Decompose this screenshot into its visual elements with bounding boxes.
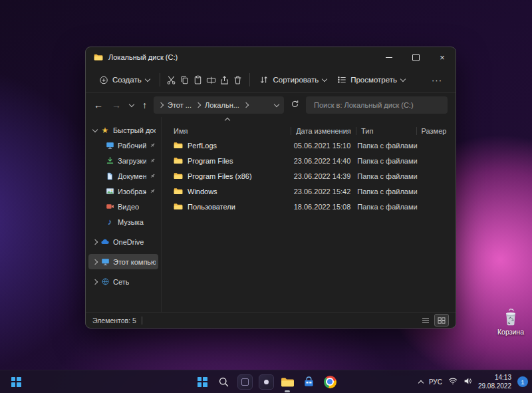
start-button[interactable] — [193, 372, 211, 391]
maximize-button[interactable] — [402, 47, 429, 67]
paste-icon — [193, 75, 203, 85]
windows-corner-button[interactable] — [7, 372, 25, 391]
sidebar-item-this-pc[interactable]: Этот компьютер — [88, 254, 158, 269]
paste-button[interactable] — [192, 70, 205, 90]
chrome-button[interactable] — [321, 372, 339, 391]
chevron-down-icon — [144, 76, 150, 82]
file-row[interactable]: Windows 23.06.2022 15:42 Папка с файлами — [162, 184, 456, 199]
chevron-right-icon — [92, 279, 98, 284]
forward-button[interactable]: → — [112, 100, 121, 110]
minimize-button[interactable] — [376, 47, 402, 67]
sidebar-item-label: Музыка — [118, 218, 144, 226]
file-date: 18.06.2022 15:08 — [289, 203, 353, 211]
sort-button-label: Сортировать — [273, 76, 319, 84]
delete-button[interactable] — [231, 70, 245, 90]
sort-button[interactable]: Сортировать — [254, 71, 332, 88]
copy-button[interactable] — [178, 70, 191, 90]
cut-button[interactable] — [164, 70, 178, 90]
titlebar[interactable]: Локальный диск (C:) × — [86, 47, 456, 67]
sidebar-item-quick-access[interactable]: ★ Быстрый доступ — [88, 122, 158, 138]
sidebar-item-pictures[interactable]: Изображения — [88, 184, 158, 199]
recycle-bin-label: Корзина — [497, 328, 524, 336]
share-button[interactable] — [218, 70, 231, 90]
recycle-bin-icon — [501, 307, 521, 327]
breadcrumb-this-pc[interactable]: Этот ... — [168, 101, 192, 109]
network-tray-button[interactable] — [448, 376, 458, 388]
view-icon — [337, 75, 346, 84]
volume-tray-button[interactable] — [464, 376, 472, 388]
view-button[interactable]: Просмотреть — [332, 71, 410, 88]
sidebar-item-downloads[interactable]: Загрузки — [88, 153, 158, 168]
search-box[interactable] — [306, 96, 448, 114]
column-header-size[interactable]: Размер — [416, 127, 456, 135]
window-title: Локальный диск (C:) — [108, 53, 178, 61]
search-input[interactable] — [313, 100, 441, 110]
sidebar-item-desktop[interactable]: Рабочий стол — [88, 138, 158, 153]
pin-icon — [150, 142, 156, 150]
task-view-button[interactable] — [235, 372, 254, 391]
hidden-icons-button[interactable] — [418, 380, 424, 385]
sidebar-item-music[interactable]: ♪ Музыка — [88, 214, 158, 229]
file-explorer-button[interactable] — [278, 372, 297, 391]
view-button-label: Просмотреть — [350, 76, 397, 84]
window-body: ★ Быстрый доступ Рабочий стол Загрузки — [86, 117, 456, 312]
chevron-right-icon — [243, 102, 249, 108]
sidebar-item-label: Сеть — [113, 278, 129, 286]
chevron-right-icon — [196, 102, 201, 108]
copy-icon — [180, 75, 190, 85]
onedrive-icon — [100, 237, 110, 247]
breadcrumb-local-disk[interactable]: Локальн... — [205, 101, 239, 109]
chat-button[interactable] — [257, 372, 275, 391]
refresh-button[interactable] — [291, 99, 299, 111]
sort-icon — [259, 75, 269, 84]
network-icon — [100, 277, 110, 287]
downloads-icon — [105, 156, 114, 166]
folder-icon — [174, 141, 183, 150]
star-icon: ★ — [100, 126, 110, 135]
sidebar-item-label: Быстрый доступ — [113, 126, 156, 134]
file-row[interactable]: PerfLogs 05.06.2021 15:10 Папка с файлам… — [162, 138, 456, 153]
refresh-icon — [291, 100, 299, 108]
rename-button[interactable] — [205, 70, 218, 90]
file-explorer-icon — [281, 376, 295, 388]
address-dropdown-button[interactable] — [274, 102, 279, 107]
more-options-button[interactable]: ··· — [426, 72, 448, 88]
column-header-label: Тип — [361, 127, 373, 135]
taskbar: РУС 14:13 29.08.2022 1 — [0, 370, 532, 393]
column-header-name[interactable]: Имя — [162, 127, 291, 135]
sidebar: ★ Быстрый доступ Рабочий стол Загрузки — [86, 117, 162, 312]
sidebar-item-documents[interactable]: Документы — [88, 168, 158, 184]
close-button[interactable]: × — [429, 47, 456, 67]
file-row[interactable]: Program Files 23.06.2022 14:40 Папка с ф… — [162, 153, 456, 168]
back-button[interactable]: ← — [94, 100, 103, 110]
column-header-type[interactable]: Тип — [356, 127, 416, 135]
new-button[interactable]: Создать — [94, 71, 155, 88]
column-header-label: Имя — [174, 127, 188, 135]
recent-locations-button[interactable] — [129, 102, 134, 107]
file-name: PerfLogs — [188, 142, 217, 150]
language-indicator[interactable]: РУС — [429, 378, 442, 386]
recycle-bin-shortcut[interactable]: Корзина — [490, 307, 531, 336]
file-row[interactable]: Пользователи 18.06.2022 15:08 Папка с фа… — [162, 199, 456, 214]
volume-icon — [464, 377, 472, 385]
store-button[interactable] — [299, 372, 318, 391]
up-button[interactable]: ↑ — [142, 100, 147, 110]
thumbnails-view-button[interactable] — [434, 314, 449, 327]
clock[interactable]: 14:13 29.08.2022 — [478, 373, 511, 390]
sidebar-item-videos[interactable]: Видео — [88, 199, 158, 214]
column-header-label: Дата изменения — [296, 127, 351, 135]
search-button[interactable] — [214, 372, 233, 391]
clock-time: 14:13 — [478, 373, 511, 382]
plus-circle-icon — [99, 75, 108, 84]
details-view-button[interactable] — [418, 314, 433, 327]
sidebar-item-label: Видео — [118, 203, 139, 211]
maximize-icon — [412, 54, 420, 61]
file-list-pane: Имя Дата изменения Тип Размер PerfLogs 0… — [162, 117, 456, 312]
file-row[interactable]: Program Files (x86) 23.06.2022 14:39 Пап… — [162, 168, 456, 184]
sidebar-item-network[interactable]: Сеть — [88, 274, 158, 289]
chat-icon — [259, 374, 274, 390]
address-bar[interactable]: Этот ... Локальн... — [154, 96, 284, 114]
column-header-date[interactable]: Дата изменения — [291, 127, 356, 135]
sidebar-item-onedrive[interactable]: OneDrive — [88, 234, 158, 249]
notification-badge[interactable]: 1 — [517, 376, 528, 387]
